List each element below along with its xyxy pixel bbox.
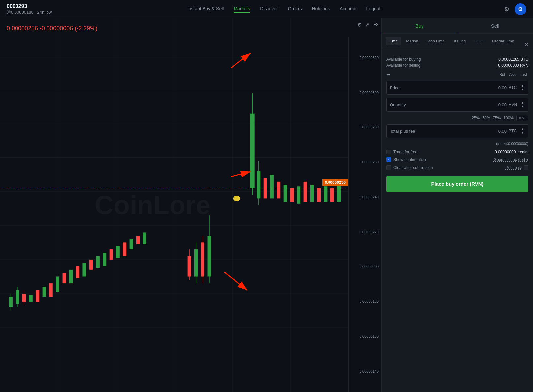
total-currency: BTC: [509, 129, 518, 133]
bid-label: Bid: [499, 72, 505, 77]
pct-75-btn[interactable]: 75%: [493, 116, 501, 120]
sell-tab[interactable]: Sell: [457, 18, 533, 33]
confirm-goodtil-row: ✓ Show confirmation Good til cancelled ▾: [386, 157, 528, 162]
svg-rect-59: [317, 188, 321, 202]
order-tab-market[interactable]: Market: [402, 37, 422, 45]
total-input-group: Total plus fee 0.00 BTC ▲ ▼: [386, 124, 528, 138]
buy-sell-tabs: Buy Sell: [382, 18, 533, 34]
svg-rect-25: [56, 276, 59, 292]
price-up-spinner[interactable]: ▲: [520, 84, 525, 88]
chart-settings-icon[interactable]: ⚙: [357, 22, 362, 28]
y-label-10: 0.00000140: [351, 369, 379, 373]
place-buy-order-button[interactable]: Place buy order (RVN): [386, 176, 528, 192]
clear-after-label[interactable]: Clear after submission: [393, 165, 433, 170]
total-down-spinner[interactable]: ▼: [520, 131, 525, 135]
quantity-down-spinner[interactable]: ▼: [520, 105, 525, 108]
order-tab-oco[interactable]: OCO: [471, 37, 487, 45]
pct-25-btn[interactable]: 25%: [472, 116, 480, 120]
show-confirm-row: ✓ Show confirmation: [386, 157, 456, 162]
post-only-checkbox[interactable]: [524, 165, 528, 170]
post-only-section: Post only: [459, 165, 529, 170]
dropdown-arrow-icon: ▾: [526, 157, 528, 162]
svg-rect-54: [284, 185, 287, 202]
available-buying-row: Available for buying 0.00001285 BTC: [386, 57, 528, 62]
nav-holdings[interactable]: Holdings: [312, 6, 330, 13]
main-layout: 0.00000256 -0.00000006 (-2.29%) ⚙ ⤢ 👁 Co…: [0, 18, 533, 392]
nav-icons: ⚙ ⚙: [503, 3, 526, 15]
available-selling-label: Available for selling: [386, 63, 420, 68]
user-avatar[interactable]: ⚙: [515, 3, 526, 15]
good-til-dropdown[interactable]: Good til cancelled ▾: [494, 157, 528, 162]
price-input-group: Price 0.00 BTC ▲ ▼: [386, 81, 528, 95]
nav-logout[interactable]: Logout: [366, 6, 381, 13]
y-label-2: 0.00000300: [351, 91, 379, 95]
available-selling-value: 0.00000000 RVN: [498, 63, 528, 68]
fee-line: (fee: Ⓑ0.00000000): [386, 141, 528, 146]
good-til-section: Good til cancelled ▾: [459, 157, 529, 162]
available-selling-row: Available for selling 0.00000000 RVN: [386, 63, 528, 68]
clear-after-checkbox[interactable]: [386, 165, 391, 170]
svg-rect-21: [29, 295, 33, 302]
svg-rect-38: [143, 232, 146, 244]
nav-orders[interactable]: Orders: [288, 6, 302, 13]
svg-point-63: [233, 196, 240, 201]
nav-discover[interactable]: Discover: [260, 6, 278, 13]
svg-rect-37: [136, 236, 140, 244]
right-panel: Buy Sell Limit Market Stop Limit Trailin…: [381, 18, 533, 392]
eye-icon[interactable]: 👁: [373, 22, 378, 28]
order-tab-trailing[interactable]: Trailing: [449, 37, 469, 45]
price-info: Ⓑ0.00000188 24h low: [7, 9, 52, 15]
order-tab-limit[interactable]: Limit: [386, 37, 401, 45]
svg-rect-28: [76, 266, 79, 278]
trade-free-checkbox[interactable]: [386, 150, 391, 154]
nav-instant-buy[interactable]: Instant Buy & Sell: [187, 6, 224, 13]
filter-icon[interactable]: ⇌: [386, 72, 390, 77]
quantity-value[interactable]: 0.00: [423, 102, 507, 107]
trade-free-row: Trade for free: 0.00000000 credits: [386, 150, 528, 154]
quantity-input-group: Quantity 0.00 RVN ▲ ▼: [386, 98, 528, 112]
available-section: Available for buying 0.00001285 BTC Avai…: [386, 57, 528, 68]
total-label: Total plus fee: [390, 129, 423, 134]
current-price-badge: 0.00000256: [322, 179, 348, 186]
quantity-spinners: ▲ ▼: [520, 101, 525, 108]
y-label-8: 0.00000180: [351, 299, 379, 303]
y-label-3: 0.00000280: [351, 125, 379, 129]
quantity-label: Quantity: [390, 102, 423, 107]
total-up-spinner[interactable]: ▲: [520, 127, 525, 131]
svg-rect-52: [270, 175, 274, 198]
y-label-4: 0.00000260: [351, 160, 379, 164]
pct-100-btn[interactable]: 100%: [503, 116, 514, 120]
buy-tab[interactable]: Buy: [382, 18, 457, 33]
show-confirm-label[interactable]: Show confirmation: [393, 157, 426, 162]
svg-rect-32: [103, 253, 106, 266]
svg-rect-33: [110, 249, 113, 260]
svg-rect-22: [36, 290, 39, 302]
price-value[interactable]: 0.00: [423, 85, 507, 90]
order-tab-ladder[interactable]: Ladder Limit: [488, 37, 517, 45]
trade-free-label[interactable]: Trade for free:: [393, 150, 419, 154]
svg-rect-36: [130, 239, 133, 249]
settings-icon[interactable]: ⚙: [503, 4, 511, 14]
nav-markets[interactable]: Markets: [234, 6, 250, 13]
svg-rect-53: [277, 182, 280, 199]
show-confirm-checkbox[interactable]: ✓: [386, 157, 391, 162]
total-value[interactable]: 0.00: [423, 129, 507, 134]
fullscreen-icon[interactable]: ⤢: [365, 22, 369, 28]
svg-rect-61: [330, 188, 334, 202]
svg-rect-35: [123, 242, 126, 256]
quantity-currency: RVN: [509, 102, 518, 107]
quantity-up-spinner[interactable]: ▲: [520, 101, 525, 105]
y-axis: 0.00000320 0.00000300 0.00000280 0.00000…: [348, 37, 381, 392]
clear-icon[interactable]: ✕: [525, 42, 528, 47]
available-buying-label: Available for buying: [386, 57, 421, 62]
bid-ask-row: ⇌ Bid Ask Last: [386, 72, 528, 77]
nav-links: Instant Buy & Sell Markets Discover Orde…: [65, 6, 503, 13]
svg-rect-27: [69, 270, 73, 283]
ask-label: Ask: [509, 72, 516, 77]
price-down-spinner[interactable]: ▼: [520, 88, 525, 91]
pct-50-btn[interactable]: 50%: [482, 116, 490, 120]
nav-account[interactable]: Account: [340, 6, 357, 13]
pct-current-value: 0 %: [516, 115, 528, 121]
chart-area: 0.00000256 -0.00000006 (-2.29%) ⚙ ⤢ 👁 Co…: [0, 18, 381, 392]
order-tab-stop-limit[interactable]: Stop Limit: [423, 37, 448, 45]
